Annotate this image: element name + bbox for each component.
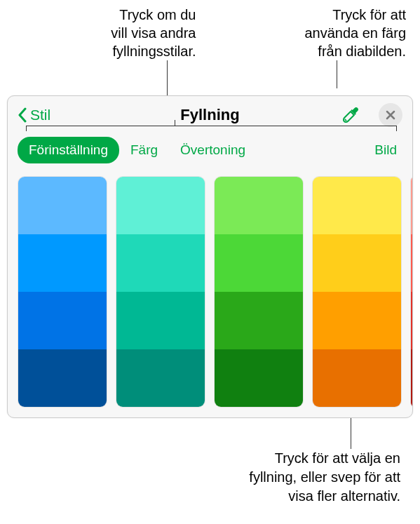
fill-style-tabs: Förinställning Färg Övertoning Bild [8,130,412,173]
fill-panel: Stil Fyllning Förinställning Färg Överto… [7,95,413,418]
color-swatch[interactable] [116,292,205,349]
close-icon [386,110,395,120]
color-swatch[interactable] [18,349,107,407]
callout-eyedropper: Tryck för attanvända en färgfrån diabild… [210,6,407,60]
swatch-column [214,176,304,408]
color-swatch[interactable] [215,234,303,292]
color-swatch[interactable] [313,234,401,292]
color-swatch[interactable] [411,177,412,234]
callout-fill-styles: Tryck om duvill visa andrafyllningsstila… [14,6,210,60]
color-swatch[interactable] [411,234,412,292]
tab-preset[interactable]: Förinställning [18,137,119,163]
color-swatch[interactable] [18,292,107,349]
callout-swatches: Tryck för att välja enfyllning, eller sv… [249,449,400,506]
panel-header: Stil Fyllning [8,96,412,130]
close-button[interactable] [379,103,402,127]
color-swatch[interactable] [116,234,205,292]
back-button[interactable]: Stil [18,107,50,123]
color-swatch[interactable] [313,349,401,407]
color-swatch[interactable] [18,177,107,234]
color-swatch[interactable] [411,292,412,349]
color-swatch[interactable] [215,292,303,349]
color-swatch[interactable] [215,177,303,234]
color-swatch[interactable] [116,349,205,407]
eyedropper-icon[interactable] [341,105,360,125]
color-swatch[interactable] [18,234,107,292]
tab-color[interactable]: Färg [119,137,169,163]
swatch-column [312,176,402,408]
chevron-left-icon [18,107,27,123]
color-swatch[interactable] [116,177,205,234]
color-swatch[interactable] [215,349,303,407]
tab-image[interactable]: Bild [363,137,402,163]
color-swatch[interactable] [313,292,401,349]
swatch-grid[interactable] [8,173,412,417]
tab-gradient[interactable]: Övertoning [169,137,257,163]
swatch-column [116,176,205,408]
color-swatch[interactable] [411,349,412,407]
color-swatch[interactable] [313,177,401,234]
swatch-column [18,176,107,408]
back-label: Stil [30,107,50,123]
swatch-column [410,176,412,408]
panel-title: Fyllning [180,106,239,124]
